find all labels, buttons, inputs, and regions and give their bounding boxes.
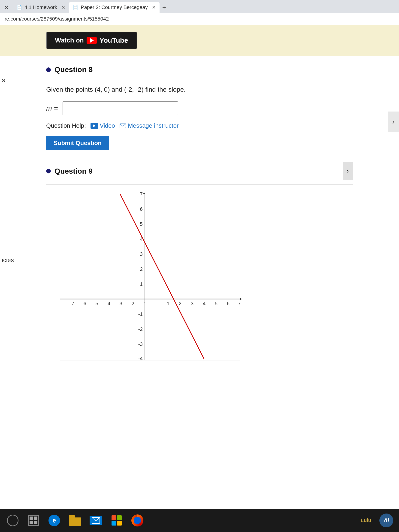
tab-paper2[interactable]: 📄 Paper 2: Courtney Bercegeay ✕	[69, 2, 159, 13]
x-axis-arrow	[240, 298, 242, 300]
question-9-header: Question 9 ›	[46, 162, 353, 185]
question-8-section: Question 8 Given the points (4, 0) and (…	[46, 65, 353, 150]
close-all-icon[interactable]: ✕	[0, 4, 13, 11]
answer-input-row: m =	[46, 101, 353, 115]
svg-text:5: 5	[140, 221, 143, 227]
address-bar[interactable]: re.com/courses/287509/assignments/515504…	[0, 13, 399, 25]
equal-sign: =	[54, 104, 58, 112]
svg-text:7: 7	[140, 192, 143, 197]
graph-container: -7 -6 -5 -4 -3 -2 -1 1 2 3 4 5	[46, 192, 254, 372]
win-cell-green	[117, 515, 122, 520]
ai-label: Ai	[384, 517, 389, 524]
tab-label-2: Paper 2: Courtney Bercegeay	[81, 4, 148, 10]
svg-text:4: 4	[203, 301, 205, 306]
y-axis-arrow	[143, 192, 145, 194]
tab-label-1: 4.1 Homework	[25, 4, 57, 10]
svg-rect-1	[60, 194, 240, 360]
content-wrapper: s icies Question 8 Given the points (4, …	[0, 56, 399, 393]
sidebar-label-icies: icies	[0, 255, 16, 266]
win-cell-blue	[112, 521, 116, 526]
tab-close-2[interactable]: ✕	[152, 5, 156, 10]
question-9-title: Question 9	[55, 167, 93, 176]
watch-on-youtube-button[interactable]: Watch on YouTube	[46, 32, 137, 49]
win-cell-yellow	[117, 521, 122, 526]
circle-icon	[7, 515, 19, 526]
question-8-dot	[46, 67, 51, 72]
tab-homework[interactable]: 📄 4.1 Homework ✕	[13, 2, 69, 13]
input-m-label: m =	[46, 104, 58, 112]
ai-icon: Ai	[379, 513, 393, 527]
svg-text:-3: -3	[138, 341, 143, 347]
slope-answer-input[interactable]	[63, 101, 178, 115]
svg-text:-2: -2	[138, 326, 143, 332]
svg-text:-4: -4	[106, 301, 110, 306]
browser-chrome: ✕ 📄 4.1 Homework ✕ 📄 Paper 2: Courtney B…	[0, 0, 399, 25]
svg-text:2: 2	[140, 266, 143, 272]
svg-text:1: 1	[167, 301, 170, 306]
folder-icon	[69, 515, 81, 526]
submit-question-button[interactable]: Submit Question	[46, 136, 109, 150]
svg-text:6: 6	[227, 301, 229, 306]
content-area: Question 8 Given the points (4, 0) and (…	[0, 56, 399, 393]
main-content: Watch on YouTube s icies Question 8 Give…	[0, 25, 399, 528]
question-9-dot	[46, 169, 51, 173]
taskbar-grid-button[interactable]	[25, 512, 42, 529]
right-nav-button-q8[interactable]: ›	[388, 112, 399, 132]
youtube-play-triangle	[90, 38, 94, 43]
message-instructor-link[interactable]: Message instructor	[120, 122, 179, 129]
folder-body	[69, 518, 81, 526]
m-italic: m	[46, 104, 52, 112]
taskbar-windows-button[interactable]	[108, 512, 125, 529]
taskbar-mail-button[interactable]	[88, 512, 104, 529]
svg-text:5: 5	[215, 301, 217, 306]
grid-cell-3	[30, 521, 33, 524]
svg-text:-4: -4	[138, 356, 143, 361]
taskbar-ai-button[interactable]: Ai	[378, 512, 394, 529]
question-9-section: Question 9 ›	[46, 162, 353, 372]
mail-icon-taskbar	[90, 516, 102, 525]
grid-cell-4	[34, 521, 38, 524]
svg-text:-3: -3	[118, 301, 122, 306]
svg-text:-7: -7	[70, 301, 74, 306]
message-instructor-label: Message instructor	[128, 122, 179, 129]
taskbar: e Lulu	[0, 509, 399, 532]
video-icon	[90, 123, 98, 129]
question-8-header: Question 8	[46, 65, 353, 78]
question-8-body: Given the points (4, 0) and (-2, -2) fin…	[46, 85, 353, 95]
luli-label: Lulu	[361, 518, 371, 523]
svg-text:-2: -2	[130, 301, 134, 306]
grid-icon	[28, 515, 39, 526]
taskbar-folder-button[interactable]	[67, 512, 83, 529]
address-text: re.com/courses/287509/assignments/515504…	[5, 16, 109, 22]
taskbar-circle-button[interactable]	[5, 512, 21, 529]
svg-text:3: 3	[140, 251, 143, 257]
tab-close-1[interactable]: ✕	[61, 5, 65, 10]
grid-cell-2	[34, 517, 38, 520]
taskbar-firefox-button[interactable]	[129, 512, 146, 529]
youtube-label: YouTube	[100, 37, 128, 44]
new-tab-button[interactable]: +	[159, 4, 169, 11]
watch-on-label: Watch on	[55, 37, 84, 44]
video-help-link[interactable]: Video	[90, 122, 115, 129]
svg-text:1: 1	[140, 281, 143, 287]
svg-text:7: 7	[238, 301, 241, 306]
youtube-icon	[87, 37, 97, 44]
edge-icon: e	[49, 515, 60, 526]
svg-text:-6: -6	[82, 301, 86, 306]
question-help-row: Question Help: Video Message instr	[46, 122, 353, 129]
question-8-title: Question 8	[55, 65, 93, 74]
taskbar-edge-button[interactable]: e	[46, 512, 62, 529]
svg-text:6: 6	[140, 206, 143, 212]
win-cell-red	[112, 515, 116, 520]
firefox-icon	[131, 514, 143, 526]
taskbar-luli-button[interactable]: Lulu	[358, 512, 374, 529]
youtube-banner: Watch on YouTube	[0, 25, 399, 56]
video-play-triangle	[93, 124, 95, 127]
tab-icon-2: 📄	[73, 5, 78, 10]
question-help-label: Question Help:	[46, 122, 86, 129]
svg-text:-5: -5	[94, 301, 98, 306]
tab-bar: ✕ 📄 4.1 Homework ✕ 📄 Paper 2: Courtney B…	[0, 0, 399, 13]
right-nav-arrow[interactable]: ›	[343, 162, 353, 180]
windows-icon	[112, 515, 122, 526]
tab-icon-1: 📄	[16, 5, 22, 10]
